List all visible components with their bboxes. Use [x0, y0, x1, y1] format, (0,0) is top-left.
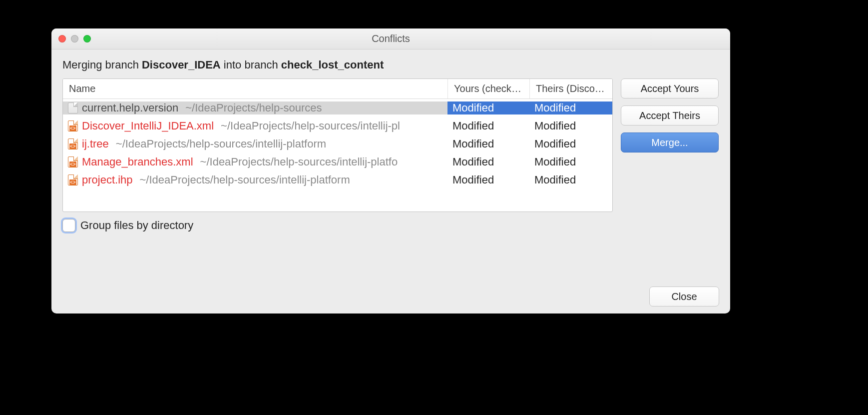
th-theirs[interactable]: Theirs (Discov...	[529, 79, 612, 98]
file-name: Discover_IntelliJ_IDEA.xml	[82, 120, 214, 132]
heading-branch-from: Discover_IDEA	[142, 58, 221, 71]
table-header: Name Yours (check_... Theirs (Discov...	[63, 79, 612, 99]
accept-yours-button[interactable]: Accept Yours	[621, 78, 719, 98]
merge-heading: Merging branch Discover_IDEA into branch…	[62, 58, 719, 72]
cell-name: current.help.version~/IdeaProjects/help-…	[63, 102, 447, 114]
cell-name: Manage_branches.xml~/IdeaProjects/help-s…	[63, 156, 447, 168]
xml-file-icon	[68, 156, 78, 168]
file-name: project.ihp	[82, 174, 133, 186]
file-path: ~/IdeaProjects/help-sources	[185, 102, 322, 114]
cell-yours: Modified	[447, 120, 529, 132]
cell-yours: Modified	[447, 138, 529, 150]
file-path: ~/IdeaProjects/help-sources/intellij-pla…	[116, 138, 326, 150]
th-name[interactable]: Name	[63, 79, 447, 98]
table-body: current.help.version~/IdeaProjects/help-…	[63, 99, 612, 212]
file-name: ij.tree	[82, 138, 109, 150]
cell-name: ij.tree~/IdeaProjects/help-sources/intel…	[63, 138, 447, 150]
group-by-dir-row: Group files by directory	[62, 219, 719, 232]
group-by-dir-checkbox[interactable]	[62, 219, 75, 232]
cell-yours: Modified	[447, 174, 529, 186]
cell-yours: Modified	[447, 102, 529, 114]
titlebar: Conflicts	[51, 28, 730, 50]
th-yours[interactable]: Yours (check_...	[447, 79, 529, 98]
file-path: ~/IdeaProjects/help-sources/intellij-pla…	[140, 174, 350, 186]
cell-yours: Modified	[447, 156, 529, 168]
xml-file-icon	[68, 174, 78, 186]
cell-theirs: Modified	[529, 156, 612, 168]
table-row[interactable]: current.help.version~/IdeaProjects/help-…	[63, 99, 612, 117]
file-name: Manage_branches.xml	[82, 156, 193, 168]
table-row[interactable]: ij.tree~/IdeaProjects/help-sources/intel…	[63, 135, 612, 153]
table-row[interactable]: Discover_IntelliJ_IDEA.xml~/IdeaProjects…	[63, 117, 612, 135]
xml-file-icon	[68, 120, 78, 132]
conflicts-dialog: Conflicts Merging branch Discover_IDEA i…	[51, 28, 730, 314]
cell-name: Discover_IntelliJ_IDEA.xml~/IdeaProjects…	[63, 120, 447, 132]
dialog-content: Merging branch Discover_IDEA into branch…	[51, 50, 730, 314]
group-by-dir-label: Group files by directory	[80, 219, 193, 232]
cell-theirs: Modified	[529, 138, 612, 150]
merge-button[interactable]: Merge...	[621, 132, 719, 152]
heading-mid: into branch	[221, 58, 281, 71]
xml-file-icon	[68, 138, 78, 150]
file-icon	[68, 102, 78, 114]
accept-theirs-button[interactable]: Accept Theirs	[621, 106, 719, 126]
cell-theirs: Modified	[529, 174, 612, 186]
file-path: ~/IdeaProjects/help-sources/intellij-pla…	[200, 156, 398, 168]
cell-theirs: Modified	[529, 120, 612, 132]
heading-branch-to: check_lost_content	[281, 58, 384, 71]
cell-name: project.ihp~/IdeaProjects/help-sources/i…	[63, 174, 447, 186]
table-row[interactable]: Manage_branches.xml~/IdeaProjects/help-s…	[63, 153, 612, 171]
conflicts-table: Name Yours (check_... Theirs (Discov... …	[62, 78, 613, 212]
close-button[interactable]: Close	[649, 286, 719, 306]
cell-theirs: Modified	[529, 102, 612, 114]
file-name: current.help.version	[82, 102, 178, 114]
resolution-buttons: Accept Yours Accept Theirs Merge...	[621, 78, 719, 152]
file-path: ~/IdeaProjects/help-sources/intellij-pl	[221, 120, 400, 132]
table-row[interactable]: project.ihp~/IdeaProjects/help-sources/i…	[63, 171, 612, 189]
window-title: Conflicts	[51, 33, 730, 44]
heading-prefix: Merging branch	[62, 58, 142, 71]
